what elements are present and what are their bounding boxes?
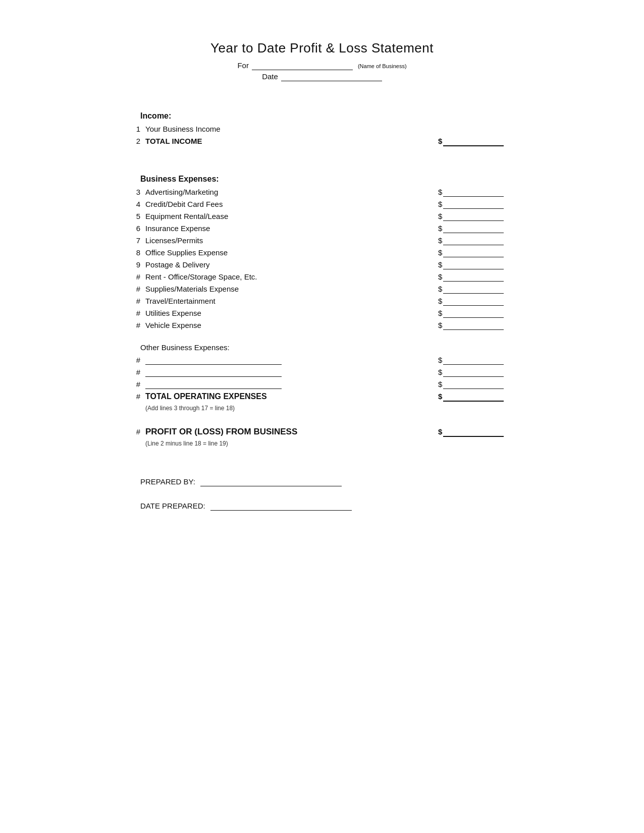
expense-7-input[interactable] xyxy=(443,236,504,245)
other-row-3: # $ xyxy=(125,380,519,389)
date-line: Date xyxy=(125,72,519,81)
page: Year to Date Profit & Loss Statement For… xyxy=(95,0,549,566)
expense-6-input[interactable] xyxy=(443,224,504,233)
expense-row-4: 4 Credit/Debit Card Fees $ xyxy=(125,200,519,209)
expense-9-input[interactable] xyxy=(443,260,504,269)
profit-loss-dollar: $ xyxy=(438,427,442,436)
profit-loss-row: # PROFIT OR (LOSS) FROM BUSINESS $ $ xyxy=(125,427,519,437)
other-row-2: # $ xyxy=(125,368,519,377)
expense-hash2-input[interactable] xyxy=(443,285,504,294)
profit-loss-note: (Line 2 minus line 18 = line 19) xyxy=(145,440,519,447)
prepared-by-label: PREPARED BY: xyxy=(140,477,195,486)
business-name-input[interactable] xyxy=(252,61,353,70)
expense-5-input[interactable] xyxy=(443,212,504,221)
total-income-input[interactable] xyxy=(443,137,504,146)
total-operating-dollar: $ xyxy=(438,392,442,401)
other-label-2-input[interactable] xyxy=(145,368,282,377)
expense-row-3: 3 Advertising/Marketing $ xyxy=(125,188,519,197)
row-label-hash-1: Rent - Office/Storage Space, Etc. xyxy=(145,272,438,281)
row-num-2: 2 xyxy=(125,137,145,145)
date-prepared-input[interactable] xyxy=(210,502,352,511)
expense-row-7: 7 Licenses/Permits $ xyxy=(125,236,519,245)
row-label-3: Advertising/Marketing xyxy=(145,188,438,196)
dollar-sign-2: $ xyxy=(438,137,442,145)
other-expenses-heading: Other Business Expenses: xyxy=(140,343,519,352)
date-prepared-row: DATE PREPARED: xyxy=(140,502,519,511)
total-operating-label: TOTAL OPERATING EXPENSES xyxy=(145,392,357,401)
row-label-6: Insurance Expense xyxy=(145,224,438,233)
row-label-hash-2: Supplies/Materials Expense xyxy=(145,285,438,293)
row-label-8: Office Supplies Expense xyxy=(145,248,438,257)
profit-loss-label: PROFIT OR (LOSS) FROM BUSINESS xyxy=(145,427,357,437)
income-row-2: 2 TOTAL INCOME $ xyxy=(125,137,519,146)
expense-row-hash-1: # Rent - Office/Storage Space, Etc. $ xyxy=(125,272,519,282)
profit-loss-input[interactable] xyxy=(443,427,504,437)
date-label: Date xyxy=(262,72,278,81)
expense-3-input[interactable] xyxy=(443,188,504,197)
expense-row-6: 6 Insurance Expense $ xyxy=(125,224,519,233)
expense-row-hash-2: # Supplies/Materials Expense $ xyxy=(125,285,519,294)
other-label-3-input[interactable] xyxy=(145,380,282,389)
expense-row-hash-4: # Utilities Expense $ xyxy=(125,309,519,318)
other-amount-2-input[interactable] xyxy=(443,368,504,377)
row-label-hash-5: Vehicle Expense xyxy=(145,321,438,329)
date-input[interactable] xyxy=(281,72,382,81)
expense-row-hash-5: # Vehicle Expense $ xyxy=(125,321,519,330)
row-label-1: Your Business Income xyxy=(145,125,357,133)
expense-hash3-input[interactable] xyxy=(443,297,504,306)
other-amount-3-input[interactable] xyxy=(443,380,504,389)
expense-hash4-input[interactable] xyxy=(443,309,504,318)
total-operating-note: (Add lines 3 through 17 = line 18) xyxy=(145,405,519,412)
prepared-by-input[interactable] xyxy=(200,477,342,486)
expense-row-9: 9 Postage & Delivery $ xyxy=(125,260,519,269)
expense-hash5-input[interactable] xyxy=(443,321,504,330)
income-row-1: 1 Your Business Income xyxy=(125,125,519,134)
prepared-section: PREPARED BY: DATE PREPARED: xyxy=(140,477,519,511)
expense-hash1-input[interactable] xyxy=(443,272,504,282)
date-prepared-label: DATE PREPARED: xyxy=(140,502,205,510)
name-of-business-label: (Name of Business) xyxy=(358,63,407,69)
other-amount-1-input[interactable] xyxy=(443,356,504,365)
row-label-hash-3: Travel/Entertainment xyxy=(145,297,438,305)
expense-8-input[interactable] xyxy=(443,248,504,257)
for-line: For (Name of Business) xyxy=(125,61,519,70)
row-label-9: Postage & Delivery xyxy=(145,260,438,269)
other-label-1-input[interactable] xyxy=(145,356,282,365)
row-label-5: Equipment Rental/Lease xyxy=(145,212,438,220)
expense-row-5: 5 Equipment Rental/Lease $ xyxy=(125,212,519,221)
row-num-3: 3 xyxy=(125,188,145,196)
prepared-by-row: PREPARED BY: xyxy=(140,477,519,486)
income-heading: Income: xyxy=(140,112,519,121)
for-label: For xyxy=(237,61,249,70)
expense-row-hash-3: # Travel/Entertainment $ xyxy=(125,297,519,306)
page-title: Year to Date Profit & Loss Statement xyxy=(125,40,519,56)
row-label-2: TOTAL INCOME xyxy=(145,137,357,145)
other-row-1: # $ xyxy=(125,356,519,365)
expense-4-input[interactable] xyxy=(443,200,504,209)
row-num-1: 1 xyxy=(125,125,145,133)
business-expenses-heading: Business Expenses: xyxy=(140,175,519,184)
row-label-hash-4: Utilities Expense xyxy=(145,309,438,317)
total-operating-input[interactable] xyxy=(443,392,504,402)
row-label-7: Licenses/Permits xyxy=(145,236,438,245)
row-label-4: Credit/Debit Card Fees xyxy=(145,200,438,208)
expense-row-8: 8 Office Supplies Expense $ xyxy=(125,248,519,257)
total-operating-row: # TOTAL OPERATING EXPENSES $ $ xyxy=(125,392,519,402)
